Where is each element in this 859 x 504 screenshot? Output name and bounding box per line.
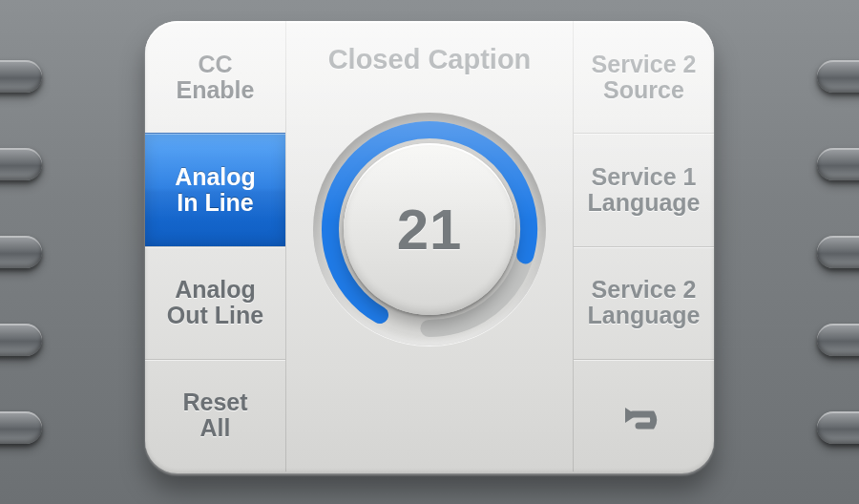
- bezel-button: [0, 60, 42, 93]
- menu-item-label: Reset All: [182, 389, 247, 441]
- bezel-left: [0, 0, 42, 504]
- menu-back[interactable]: [574, 359, 714, 472]
- menu-analog-in-line[interactable]: Analog In Line: [145, 133, 285, 245]
- menu-item-label: CC Enable: [177, 52, 255, 103]
- settings-panel: CC EnableAnalog In LineAnalog Out LineRe…: [145, 21, 714, 473]
- bezel-button: [0, 148, 42, 180]
- bezel-button: [817, 411, 859, 444]
- menu-reset-all[interactable]: Reset All: [145, 359, 285, 472]
- bezel-right: [817, 0, 859, 504]
- menu-service-1-language[interactable]: Service 1 Language: [574, 133, 714, 245]
- menu-item-label: Service 2 Source: [592, 52, 697, 103]
- menu-item-label: Analog In Line: [175, 164, 256, 216]
- dial-value: 21: [397, 197, 463, 262]
- bezel-button: [817, 324, 859, 356]
- menu-service-2-language[interactable]: Service 2 Language: [574, 246, 714, 359]
- menu-cc-enable[interactable]: CC Enable: [145, 21, 285, 133]
- center-pane: Closed Caption 21: [286, 21, 573, 472]
- menu-item-label: Analog Out Line: [167, 277, 263, 328]
- left-menu: CC EnableAnalog In LineAnalog Out LineRe…: [145, 21, 286, 472]
- right-menu: Service 2 SourceService 1 LanguageServic…: [573, 21, 714, 472]
- bezel-button: [0, 324, 42, 356]
- bezel-button: [0, 236, 42, 268]
- menu-analog-out-line[interactable]: Analog Out Line: [145, 246, 285, 359]
- bezel-button: [0, 411, 42, 444]
- bezel-button: [817, 60, 859, 93]
- menu-service-2-source[interactable]: Service 2 Source: [574, 21, 714, 133]
- menu-item-label: Service 2 Language: [587, 277, 700, 328]
- back-icon: [618, 396, 671, 434]
- dial-well: 21: [313, 113, 546, 346]
- bezel-button: [817, 236, 859, 268]
- bezel-button: [817, 148, 859, 180]
- dial-knob[interactable]: 21: [344, 143, 515, 315]
- menu-item-label: Service 1 Language: [587, 164, 700, 216]
- panel-title: Closed Caption: [328, 44, 532, 75]
